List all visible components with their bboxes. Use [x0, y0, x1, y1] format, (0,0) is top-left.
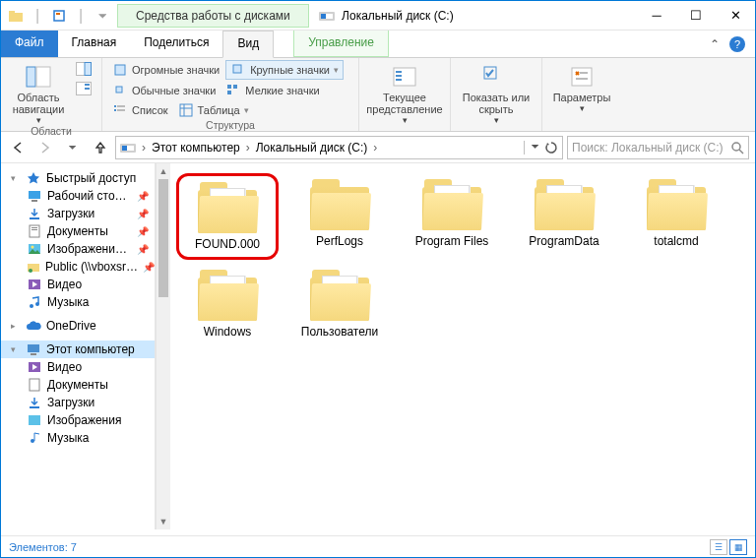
folder-icon — [645, 179, 708, 230]
download-icon — [27, 395, 42, 410]
svg-rect-41 — [32, 200, 37, 202]
svg-rect-54 — [31, 353, 36, 355]
folder-found000[interactable]: FOUND.000 — [176, 173, 279, 260]
breadcrumb-sep[interactable] — [370, 141, 380, 155]
view-list[interactable]: Список — [108, 101, 172, 119]
svg-rect-28 — [396, 71, 402, 73]
back-button[interactable] — [7, 137, 29, 158]
show-hide-button[interactable]: Показать или скрыть ▾ — [457, 60, 536, 125]
sidebar-desktop[interactable]: Рабочий сто…📌 — [1, 187, 155, 205]
svg-rect-58 — [29, 415, 40, 425]
close-button[interactable]: ✕ — [716, 1, 755, 31]
sidebar-pc-documents[interactable]: Документы — [1, 376, 155, 394]
details-pane-button[interactable] — [72, 80, 95, 97]
breadcrumb-drive[interactable]: Локальный диск (C:) — [256, 141, 368, 155]
tab-file[interactable]: Файл — [1, 31, 58, 57]
svg-rect-24 — [180, 104, 192, 116]
sidebar-quick-access[interactable]: ▾Быстрый доступ — [1, 169, 155, 187]
svg-rect-10 — [85, 63, 92, 76]
svg-rect-37 — [122, 146, 127, 151]
network-folder-icon — [27, 259, 40, 275]
ribbon-group-current-view: Текущее представление ▾ — [359, 58, 451, 131]
maximize-button[interactable]: ☐ — [676, 1, 716, 31]
svg-rect-44 — [32, 227, 37, 228]
sidebar-music[interactable]: Музыка — [1, 293, 155, 311]
properties-icon[interactable] — [50, 7, 68, 25]
sidebar-pc-videos[interactable]: Видео — [1, 358, 155, 376]
view-large-icons-icon[interactable]: ▦ — [729, 539, 747, 555]
view-xl-icons[interactable]: Огромные значки — [108, 60, 223, 80]
collapse-ribbon-icon[interactable]: ⌃ — [710, 37, 720, 51]
recent-dropdown[interactable]: ⏷ — [62, 137, 84, 158]
svg-point-38 — [732, 143, 740, 151]
pin-icon: 📌 — [137, 226, 149, 237]
view-md-icons[interactable]: Обычные значки — [108, 82, 220, 99]
folder-windows[interactable]: Windows — [176, 264, 279, 344]
svg-line-39 — [739, 150, 743, 154]
current-view-button[interactable]: Текущее представление ▾ — [365, 60, 444, 125]
tab-share[interactable]: Поделиться — [130, 31, 222, 57]
svg-rect-20 — [114, 105, 116, 107]
view-table[interactable]: Таблица ▾ — [174, 101, 253, 119]
address-bar[interactable]: Этот компьютер Локальный диск (C:) ⏷ — [115, 136, 563, 159]
view-sm-icons[interactable]: Мелкие значки — [221, 82, 323, 99]
folder-users[interactable]: Пользователи — [288, 264, 391, 344]
folder-totalcmd[interactable]: totalcmd — [625, 173, 727, 260]
preview-pane-button[interactable] — [72, 60, 95, 78]
view-details-icon[interactable]: ☰ — [710, 539, 727, 555]
ribbon-body: Область навигации ▾ Области Огромные зна… — [1, 58, 755, 132]
navigation-pane-button[interactable]: Область навигации ▾ — [7, 60, 70, 125]
breadcrumb-sep[interactable] — [243, 141, 253, 155]
folder-programdata[interactable]: ProgramData — [513, 173, 615, 260]
scroll-thumb[interactable] — [158, 179, 168, 297]
context-tab-disk-tools[interactable]: Средства работы с дисками — [117, 4, 309, 28]
folder-icon — [420, 179, 483, 230]
ribbon-group-panes: Область навигации ▾ Области — [1, 58, 102, 131]
minimize-button[interactable]: ─ — [637, 1, 676, 31]
svg-rect-13 — [85, 88, 90, 90]
sidebar-scrollbar[interactable]: ▲ ▼ — [156, 163, 170, 529]
search-box[interactable]: Поиск: Локальный диск (C:) — [567, 136, 749, 159]
address-dropdown-icon[interactable]: ⏷ — [531, 141, 540, 155]
tab-home[interactable]: Главная — [58, 31, 131, 57]
sidebar-documents[interactable]: Документы📌 — [1, 222, 155, 240]
sidebar-downloads[interactable]: Загрузки📌 — [1, 205, 155, 222]
folder-icon — [196, 270, 259, 321]
tab-manage[interactable]: Управление — [293, 31, 389, 57]
breadcrumb-pc[interactable]: Этот компьютер — [152, 141, 240, 155]
folder-content[interactable]: FOUND.000 PerfLogs Program Files Program… — [170, 163, 755, 529]
search-icon[interactable] — [730, 141, 744, 155]
sidebar-pc-pictures[interactable]: Изображения — [1, 411, 155, 429]
options-button[interactable]: Параметры ▾ — [548, 60, 615, 113]
qat-dropdown-icon[interactable]: ⏷ — [94, 7, 111, 25]
refresh-icon[interactable] — [544, 141, 558, 155]
sidebar-videos[interactable]: Видео — [1, 276, 155, 293]
svg-rect-40 — [29, 191, 40, 199]
folder-icon — [7, 7, 25, 25]
svg-point-49 — [29, 269, 32, 273]
svg-rect-45 — [32, 229, 37, 230]
tab-view[interactable]: Вид — [222, 31, 274, 58]
up-button[interactable] — [90, 137, 111, 158]
folder-programfiles[interactable]: Program Files — [401, 173, 503, 260]
music-icon — [27, 430, 42, 446]
help-icon[interactable]: ? — [729, 36, 745, 52]
sidebar-public[interactable]: Public (\\vboxsr…📌 — [1, 258, 155, 276]
svg-rect-23 — [117, 109, 125, 111]
svg-rect-34 — [576, 78, 588, 80]
svg-rect-42 — [30, 217, 39, 219]
svg-rect-2 — [54, 11, 64, 21]
sidebar-pc-downloads[interactable]: Загрузки — [1, 394, 155, 411]
group-label-layout: Структура — [108, 119, 352, 133]
breadcrumb-sep[interactable] — [139, 141, 149, 155]
sidebar-this-pc[interactable]: ▾Этот компьютер — [1, 341, 155, 358]
forward-button[interactable] — [34, 137, 56, 158]
scroll-up-icon[interactable]: ▲ — [157, 163, 170, 179]
view-lg-icons[interactable]: Крупные значки ▾ — [225, 60, 344, 80]
scroll-down-icon[interactable]: ▼ — [157, 514, 170, 529]
folder-perflogs[interactable]: PerfLogs — [288, 173, 391, 260]
sidebar-onedrive[interactable]: ▸OneDrive — [1, 317, 155, 335]
sidebar-pictures[interactable]: Изображени…📌 — [1, 240, 155, 258]
document-icon — [27, 377, 42, 393]
sidebar-pc-music[interactable]: Музыка — [1, 429, 155, 447]
